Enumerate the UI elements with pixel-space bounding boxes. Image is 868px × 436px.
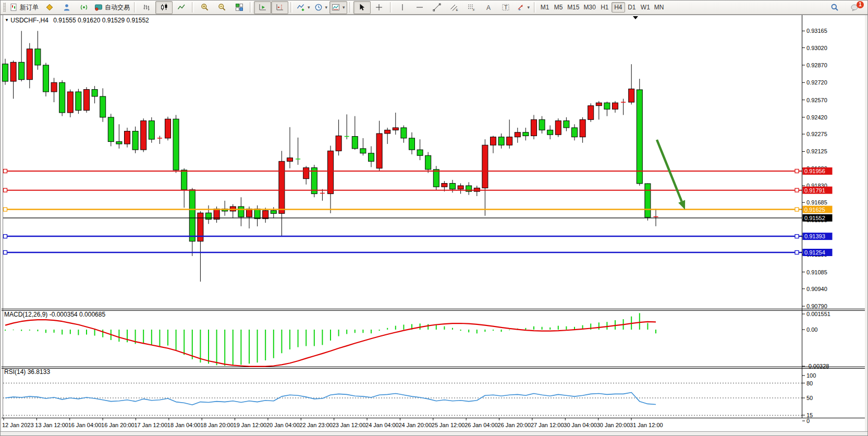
chart-shift-icon — [276, 3, 284, 11]
search-button[interactable] — [826, 1, 843, 14]
vertical-line-button[interactable] — [394, 1, 411, 14]
price-axis[interactable] — [802, 15, 865, 418]
profile-icon — [63, 3, 71, 11]
new-order-label: 新订单 — [20, 3, 39, 12]
candlestick — [385, 130, 390, 134]
toolbar-separator — [390, 2, 392, 13]
toolbar-separator — [250, 2, 252, 13]
notifications-button[interactable]: 1 — [846, 1, 863, 14]
candlestick — [539, 119, 545, 130]
arrows-button[interactable]: ▾ — [515, 1, 532, 14]
zoom-in-icon — [201, 3, 209, 11]
signal-button[interactable] — [75, 1, 92, 14]
timeframe-D1[interactable]: D1 — [625, 2, 639, 13]
hline-handle[interactable] — [4, 208, 7, 211]
horizontal-line-icon — [415, 3, 424, 11]
timeframe-W1[interactable]: W1 — [639, 2, 652, 13]
toolbar-grip[interactable] — [3, 3, 6, 12]
timeframe-M1[interactable]: M1 — [538, 2, 552, 13]
svg-text:E: E — [456, 8, 458, 11]
zoom-out-button[interactable] — [213, 1, 230, 14]
candlestick — [352, 137, 358, 149]
candlestick — [198, 213, 203, 241]
hline-handle[interactable] — [795, 169, 799, 173]
toolbar-separator — [134, 2, 136, 13]
line-chart-button[interactable] — [173, 1, 190, 14]
panel-divider[interactable] — [2, 308, 865, 312]
search-icon — [830, 3, 839, 11]
quotes-icon — [45, 3, 54, 11]
candlestick — [604, 103, 610, 109]
hline-handle[interactable] — [4, 251, 7, 255]
timeframe-MN[interactable]: MN — [652, 2, 666, 13]
text-button[interactable]: A — [480, 1, 497, 14]
hline-handle[interactable] — [795, 188, 799, 192]
text-label-button[interactable]: T — [497, 1, 515, 14]
candlestick — [588, 106, 594, 120]
candlestick — [442, 184, 447, 187]
periods-button[interactable]: ▾ — [312, 1, 330, 14]
candlestick — [523, 132, 529, 136]
candlestick — [254, 209, 260, 219]
profile-button[interactable] — [58, 1, 75, 14]
candlestick — [645, 184, 651, 217]
auto-trading-button[interactable]: 自动交易 — [92, 1, 132, 14]
candlestick — [27, 49, 32, 80]
candlestick-chart-button[interactable] — [155, 1, 173, 14]
line-chart-icon — [177, 3, 186, 11]
cursor-icon — [358, 3, 366, 11]
templates-button[interactable]: ▾ — [329, 1, 347, 14]
channel-button[interactable]: E — [446, 1, 463, 14]
panel-divider[interactable] — [2, 366, 865, 370]
indicators-button[interactable]: ▾ — [295, 1, 312, 14]
ohlc-values: 0.91555 0.91620 0.91529 0.91552 — [53, 17, 149, 24]
rsi-indicator-label: RSI(14) 36.8133 — [4, 368, 50, 376]
tile-windows-button[interactable] — [230, 1, 248, 14]
candlestick — [376, 134, 382, 168]
timeframe-H4[interactable]: H4 — [612, 2, 625, 13]
candlestick — [3, 64, 8, 81]
chart-shift-button[interactable] — [271, 1, 288, 14]
candlestick — [303, 168, 309, 179]
chart-svg: 0.931650.930200.928700.927200.925700.924… — [1, 15, 868, 436]
bar-chart-button[interactable] — [138, 1, 155, 14]
autoscroll-button[interactable] — [254, 1, 271, 14]
timeframe-M30[interactable]: M30 — [581, 2, 597, 13]
hline-handle[interactable] — [795, 251, 799, 255]
hline-handle[interactable] — [4, 188, 7, 192]
candlestick — [401, 128, 407, 138]
quotes-button[interactable] — [41, 1, 58, 14]
timeframe-H1[interactable]: H1 — [598, 2, 612, 13]
hline-handle[interactable] — [795, 208, 799, 211]
hline-handle[interactable] — [4, 169, 7, 173]
candlestick — [393, 128, 398, 130]
collapse-icon[interactable]: ▼ — [5, 18, 9, 22]
new-order-icon — [9, 3, 18, 11]
tile-windows-icon — [235, 3, 243, 11]
candlestick — [51, 82, 57, 92]
candlestick — [498, 137, 504, 146]
new-order-button[interactable]: 新订单 — [7, 1, 41, 14]
trendline-button[interactable] — [429, 1, 446, 14]
timeframe-M15[interactable]: M15 — [565, 2, 581, 13]
candlestick — [360, 149, 366, 153]
candlestick — [507, 137, 512, 146]
horizontal-line-button[interactable] — [411, 1, 429, 14]
cursor-button[interactable] — [353, 1, 371, 14]
autoscroll-icon — [259, 3, 267, 11]
chart-window-title: ▼ USDCHF-,H4 0.91555 0.91620 0.91529 0.9… — [5, 17, 149, 24]
crosshair-button[interactable] — [371, 1, 388, 14]
periods-icon — [314, 3, 323, 11]
candlestick — [417, 150, 423, 155]
candlestick — [555, 121, 561, 135]
timeframe-M5[interactable]: M5 — [552, 2, 565, 13]
hline-handle[interactable] — [795, 235, 799, 238]
hline-handle[interactable] — [4, 235, 7, 238]
time-axis[interactable] — [2, 418, 865, 431]
fibonacci-button[interactable]: F — [463, 1, 480, 14]
candlestick — [132, 131, 138, 150]
zoom-in-button[interactable] — [196, 1, 213, 14]
candlestick — [482, 145, 488, 188]
toolbar-separator — [290, 2, 292, 13]
channel-icon: E — [450, 3, 458, 11]
